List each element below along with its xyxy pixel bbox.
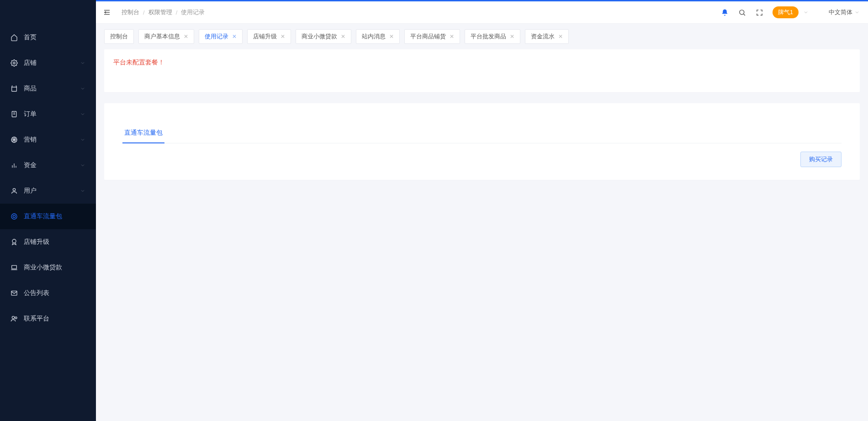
close-icon[interactable]: ✕ <box>341 33 345 40</box>
svg-point-21 <box>15 317 17 319</box>
sidebar-item-label: 营销 <box>24 136 79 144</box>
close-icon[interactable]: ✕ <box>184 33 188 40</box>
sidebar-item-label: 直通车流量包 <box>24 212 86 221</box>
sidebar-item-shop[interactable]: 店铺 <box>0 50 96 76</box>
user-dropdown-icon[interactable] <box>801 8 810 17</box>
sidebar-item-loan[interactable]: 商业小微贷款 <box>0 255 96 280</box>
sidebar-item-finance[interactable]: 资金 <box>0 153 96 178</box>
home-icon <box>10 33 18 42</box>
svg-point-15 <box>13 215 15 217</box>
tab-label: 使用记录 <box>205 32 228 41</box>
user-badge[interactable]: 牌气1 <box>773 6 799 18</box>
content: 平台未配置套餐！ 直通车流量包 购买记录 <box>96 47 868 200</box>
sidebar: 首页 店铺 商品 订单 <box>0 0 96 421</box>
tab-label: 商业小微贷款 <box>302 32 337 41</box>
svg-point-14 <box>11 214 17 219</box>
user-icon <box>10 187 18 195</box>
tab-console[interactable]: 控制台 <box>104 29 134 44</box>
tab-label: 平台商品铺货 <box>410 32 446 41</box>
wheel-icon <box>10 136 18 144</box>
language-label: 中文简体 <box>829 8 852 16</box>
bell-icon[interactable] <box>719 6 731 19</box>
tab-usage-log[interactable]: 使用记录 ✕ <box>199 29 243 44</box>
svg-rect-17 <box>12 265 17 268</box>
section-card: 直通车流量包 购买记录 <box>104 103 860 180</box>
tab-merchant-info[interactable]: 商户基本信息 ✕ <box>138 29 194 44</box>
tab-label: 商户基本信息 <box>144 32 180 41</box>
close-icon[interactable]: ✕ <box>232 33 237 40</box>
sidebar-item-goods[interactable]: 商品 <box>0 76 96 101</box>
sidebar-item-label: 商品 <box>24 84 79 93</box>
warning-card: 平台未配置套餐！ <box>104 49 860 92</box>
contact-icon <box>10 315 18 323</box>
language-selector[interactable]: 中文简体 <box>829 8 860 16</box>
tab-wholesale[interactable]: 平台批发商品 ✕ <box>465 29 520 44</box>
close-icon[interactable]: ✕ <box>281 33 285 40</box>
svg-point-13 <box>13 189 15 191</box>
tab-shop-upgrade[interactable]: 店铺升级 ✕ <box>247 29 291 44</box>
buy-record-button[interactable]: 购买记录 <box>800 152 842 167</box>
chevron-down-icon <box>79 111 86 117</box>
tab-label: 站内消息 <box>362 32 386 41</box>
sidebar-item-label: 店铺升级 <box>24 238 86 246</box>
sidebar-item-label: 商业小微贷款 <box>24 263 86 272</box>
chevron-down-icon <box>79 188 86 194</box>
sidebar-item-order[interactable]: 订单 <box>0 101 96 127</box>
close-icon[interactable]: ✕ <box>389 33 394 40</box>
tab-messages[interactable]: 站内消息 ✕ <box>356 29 400 44</box>
svg-rect-1 <box>12 87 17 91</box>
sidebar-item-label: 资金 <box>24 161 79 169</box>
sidebar-item-upgrade[interactable]: 店铺升级 <box>0 229 96 255</box>
close-icon[interactable]: ✕ <box>450 33 454 40</box>
tab-label: 平台批发商品 <box>471 32 506 41</box>
breadcrumb-link[interactable]: 控制台 <box>122 8 139 16</box>
tab-label: 控制台 <box>110 32 128 41</box>
breadcrumb-current: 使用记录 <box>181 8 205 16</box>
sidebar-item-label: 首页 <box>24 33 86 42</box>
fullscreen-icon[interactable] <box>753 6 766 19</box>
chart-icon <box>10 161 18 169</box>
page-tabs: 控制台 商户基本信息 ✕ 使用记录 ✕ 店铺升级 ✕ 商业小微贷款 ✕ 站内消息… <box>96 24 868 47</box>
inner-card: 直通车流量包 购买记录 <box>112 114 852 177</box>
badge-icon <box>10 238 18 246</box>
svg-point-16 <box>12 239 16 243</box>
sidebar-item-label: 公告列表 <box>24 289 86 297</box>
sidebar-item-traffic[interactable]: 直通车流量包 <box>0 204 96 229</box>
breadcrumb: 控制台 / 权限管理 / 使用记录 <box>122 8 205 16</box>
breadcrumb-link[interactable]: 权限管理 <box>148 8 172 16</box>
warning-text: 平台未配置套餐！ <box>113 58 851 67</box>
sidebar-item-users[interactable]: 用户 <box>0 178 96 204</box>
gear-icon <box>10 59 18 67</box>
bag-icon <box>10 84 18 93</box>
svg-point-20 <box>12 316 14 319</box>
section-tab-traffic[interactable]: 直通车流量包 <box>122 124 164 143</box>
section-tabs: 直通车流量包 <box>122 124 842 143</box>
close-icon[interactable]: ✕ <box>558 33 563 40</box>
search-icon[interactable] <box>736 6 749 19</box>
close-icon[interactable]: ✕ <box>510 33 514 40</box>
chevron-down-icon <box>79 85 86 92</box>
breadcrumb-sep: / <box>176 9 178 16</box>
tab-label: 资金流水 <box>531 32 555 41</box>
sidebar-item-contact[interactable]: 联系平台 <box>0 306 96 332</box>
sidebar-item-home[interactable]: 首页 <box>0 25 96 50</box>
action-row: 购买记录 <box>122 143 842 167</box>
sidebar-item-notice[interactable]: 公告列表 <box>0 280 96 306</box>
sidebar-item-label: 订单 <box>24 110 79 118</box>
svg-line-26 <box>744 14 745 15</box>
chevron-down-icon <box>79 60 86 66</box>
tab-fund-flow[interactable]: 资金流水 ✕ <box>525 29 569 44</box>
tab-goods-distribute[interactable]: 平台商品铺货 ✕ <box>404 29 460 44</box>
sidebar-item-marketing[interactable]: 营销 <box>0 127 96 153</box>
tab-label: 店铺升级 <box>253 32 277 41</box>
chevron-down-icon <box>79 137 86 143</box>
breadcrumb-sep: / <box>143 9 145 16</box>
menu-toggle-icon[interactable] <box>101 6 113 19</box>
main: 控制台 / 权限管理 / 使用记录 牌气1 中文简体 <box>96 0 868 421</box>
tab-loan[interactable]: 商业小微贷款 ✕ <box>296 29 351 44</box>
chevron-down-icon <box>854 10 860 15</box>
svg-point-25 <box>740 10 744 14</box>
sidebar-item-label: 店铺 <box>24 59 79 67</box>
mail-icon <box>10 289 18 297</box>
sidebar-item-label: 联系平台 <box>24 315 86 323</box>
